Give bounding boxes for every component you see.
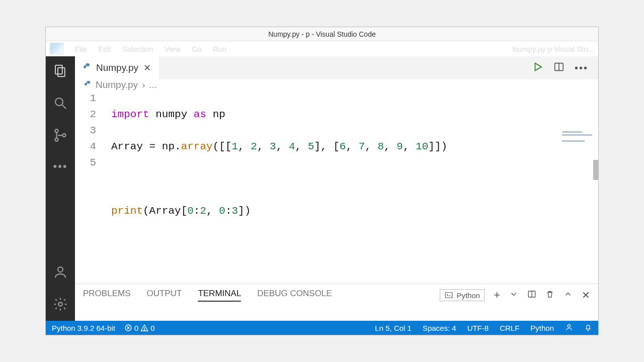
editor-area: Numpy.py ✕ ••• Numpy.py [75, 56, 598, 321]
split-terminal-icon[interactable] [527, 290, 536, 301]
activity-bar: ••• [46, 56, 75, 321]
bottom-panel: PROBLEMS OUTPUT TERMINAL DEBUG CONSOLE P… [75, 284, 598, 321]
svg-point-9 [86, 64, 86, 65]
status-cursor[interactable]: Ln 5, Col 1 [375, 324, 412, 332]
svg-point-5 [55, 138, 58, 141]
status-eol[interactable]: CRLF [500, 324, 519, 332]
svg-point-8 [58, 302, 62, 306]
split-editor-icon[interactable] [553, 61, 565, 74]
tab-label: Numpy.py [96, 62, 138, 73]
status-spaces[interactable]: Spaces: 4 [423, 324, 456, 332]
run-icon[interactable] [532, 61, 543, 74]
python-file-icon [83, 63, 91, 73]
terminal-content[interactable]: C:\Users\pk\Desktop\Pyhton\p>C:/Users/pk… [75, 306, 598, 321]
breadcrumb-sep: › [142, 79, 145, 90]
settings-gear-icon[interactable] [53, 297, 68, 314]
breadcrumb-file: Numpy.py [96, 79, 138, 90]
status-bar: Python 3.9.2 64-bit 0 0 Ln 5, Col 1 Spac… [46, 321, 598, 335]
vscode-window: Numpy.py - p - Visual Studio Code File E… [45, 27, 599, 335]
menu-edit[interactable]: Edit [98, 45, 111, 53]
menubar-title-fade: Numpy.py p Visual Stu... [512, 45, 594, 53]
svg-marker-10 [535, 63, 541, 71]
svg-line-3 [62, 105, 66, 109]
explorer-icon[interactable] [53, 63, 68, 80]
terminal-profile-selector[interactable]: Python [440, 289, 485, 301]
svg-point-7 [58, 267, 63, 272]
svg-point-2 [55, 98, 63, 106]
svg-point-4 [55, 129, 58, 132]
titlebar: Numpy.py - p - Visual Studio Code [46, 27, 598, 41]
minimap-scrollbar[interactable] [593, 160, 598, 180]
svg-rect-14 [446, 293, 453, 298]
python-file-icon [84, 80, 92, 89]
status-interpreter[interactable]: Python 3.9.2 64-bit [52, 324, 115, 332]
breadcrumb-rest: ... [149, 79, 157, 90]
search-icon[interactable] [53, 96, 68, 113]
tab-numpy[interactable]: Numpy.py ✕ [75, 56, 159, 79]
menu-view[interactable]: View [165, 45, 181, 53]
app-logo [50, 43, 64, 55]
status-problems[interactable]: 0 0 [124, 324, 155, 332]
menu-file[interactable]: File [75, 45, 87, 53]
panel-tab-debug[interactable]: DEBUG CONSOLE [257, 289, 332, 302]
source-control-icon[interactable] [53, 128, 68, 145]
svg-rect-0 [55, 65, 62, 74]
svg-point-6 [62, 134, 65, 137]
tab-close-icon[interactable]: ✕ [143, 62, 151, 73]
close-panel-icon[interactable]: ✕ [582, 289, 590, 301]
status-encoding[interactable]: UTF-8 [467, 324, 489, 332]
terminal-profile-label: Python [456, 291, 480, 300]
account-icon[interactable] [53, 264, 68, 282]
panel-tab-terminal[interactable]: TERMINAL [198, 289, 241, 302]
maximize-panel-icon[interactable] [564, 290, 573, 301]
menubar: File Edit Selection View Go Run Numpy.py… [46, 41, 598, 56]
status-lang[interactable]: Python [530, 324, 554, 332]
menu-run[interactable]: Run [213, 45, 227, 53]
svg-rect-1 [58, 68, 65, 77]
status-bell-icon[interactable] [584, 323, 592, 333]
menu-selection[interactable]: Selection [122, 45, 153, 53]
panel-tabs: PROBLEMS OUTPUT TERMINAL DEBUG CONSOLE P… [75, 284, 598, 306]
code-content[interactable]: import numpy as np Array = np.array([[1,… [111, 90, 598, 284]
window-title: Numpy.py - p - Visual Studio Code [268, 30, 375, 38]
svg-point-22 [568, 324, 570, 327]
status-feedback-icon[interactable] [565, 323, 573, 333]
svg-point-21 [144, 329, 145, 330]
minimap[interactable] [562, 130, 598, 210]
menu-go[interactable]: Go [192, 45, 202, 53]
panel-tab-problems[interactable]: PROBLEMS [83, 289, 130, 302]
more-actions-icon[interactable]: ••• [575, 62, 588, 74]
breadcrumb[interactable]: Numpy.py › ... [75, 79, 598, 90]
new-terminal-icon[interactable]: + [494, 289, 500, 302]
terminal-dropdown-icon[interactable] [509, 290, 518, 301]
panel-tab-output[interactable]: OUTPUT [146, 289, 182, 302]
kill-terminal-icon[interactable] [545, 290, 554, 301]
tab-bar: Numpy.py ✕ ••• [75, 56, 598, 79]
line-gutter: 1 2 3 4 5 [75, 90, 111, 284]
svg-point-13 [87, 82, 87, 82]
more-icon[interactable]: ••• [53, 160, 67, 173]
code-editor[interactable]: 1 2 3 4 5 import numpy as np Array = np.… [75, 90, 598, 284]
